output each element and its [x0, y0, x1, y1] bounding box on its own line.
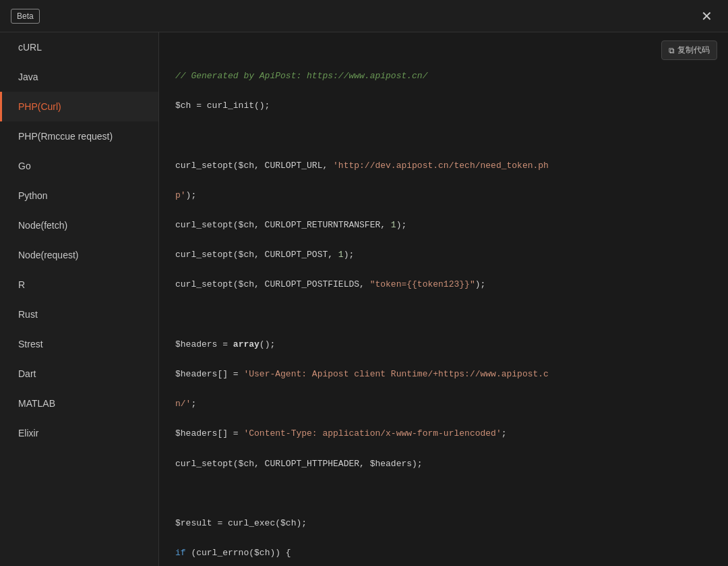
sidebar-item-dart[interactable]: Dart [0, 359, 158, 389]
sidebar-item-php-rmccue[interactable]: PHP(Rmccue request) [0, 121, 158, 151]
sidebar-item-r[interactable]: R [0, 270, 158, 300]
copy-icon: ⧉ [669, 46, 675, 55]
code-toolbar: ⧉ 复制代码 [661, 40, 717, 60]
code-content: // Generated by ApiPost: https://www.api… [175, 49, 712, 566]
sidebar-item-node-fetch[interactable]: Node(fetch) [0, 210, 158, 240]
sidebar-item-curl[interactable]: cURL [0, 32, 158, 62]
sidebar: cURLJavaPHP(Curl)PHP(Rmccue request)GoPy… [0, 32, 159, 566]
sidebar-item-strest[interactable]: Strest [0, 329, 158, 359]
sidebar-item-rust[interactable]: Rust [0, 300, 158, 329]
sidebar-item-node-request[interactable]: Node(request) [0, 240, 158, 270]
main-content: cURLJavaPHP(Curl)PHP(Rmccue request)GoPy… [0, 32, 728, 566]
sidebar-item-elixir[interactable]: Elixir [0, 418, 158, 448]
copy-button-label: 复制代码 [677, 45, 710, 56]
sidebar-item-matlab[interactable]: MATLAB [0, 389, 158, 418]
sidebar-item-go[interactable]: Go [0, 151, 158, 181]
sidebar-item-python[interactable]: Python [0, 181, 158, 210]
sidebar-item-java[interactable]: Java [0, 62, 158, 92]
title-bar: Beta ✕ [0, 0, 728, 32]
copy-code-button[interactable]: ⧉ 复制代码 [661, 40, 717, 60]
code-panel: ⧉ 复制代码 // Generated by ApiPost: https://… [159, 32, 728, 566]
sidebar-item-php-curl[interactable]: PHP(Curl) [0, 92, 158, 121]
close-button[interactable]: ✕ [696, 5, 717, 27]
beta-badge: Beta [11, 9, 40, 24]
